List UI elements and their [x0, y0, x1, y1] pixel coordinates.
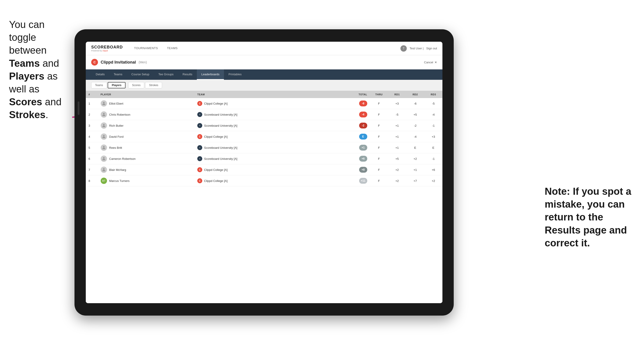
svg-point-6 — [103, 157, 104, 159]
player-name: Marcus Turners — [109, 179, 130, 182]
rd3-cell: -5 — [424, 98, 442, 109]
player-avatar — [101, 122, 107, 129]
player-name: Cameron Robertson — [109, 157, 136, 161]
toggle-strokes[interactable]: Strokes — [145, 82, 162, 88]
nav-links: TOURNAMENTS TEAMS — [130, 42, 400, 55]
toggle-scores[interactable]: Scores — [128, 82, 144, 88]
total-cell: +8 — [346, 164, 370, 175]
nav-teams[interactable]: TEAMS — [162, 42, 182, 55]
tablet-frame: SCOREBOARD Powered by clippd TOURNAMENTS… — [74, 29, 454, 316]
thru-cell: F — [370, 164, 388, 175]
table-row: 3 Rich Butler ≡ Scoreboard University [A… — [86, 120, 442, 131]
svg-point-3 — [103, 124, 104, 126]
thru-cell: F — [370, 120, 388, 131]
player-avatar — [101, 100, 107, 107]
col-header-thru: THRU — [370, 91, 388, 98]
player-cell: David Ford — [98, 131, 194, 142]
rd1-cell: +2 — [388, 175, 406, 186]
tab-results[interactable]: Results — [178, 69, 197, 80]
team-logo-icon: C — [197, 134, 202, 139]
tab-bar: Details Teams Course Setup Tee Groups Re… — [86, 69, 442, 80]
players-label: Players — [9, 71, 44, 82]
rd1-cell: +5 — [388, 153, 406, 164]
player-avatar — [101, 156, 107, 162]
team-name: Scoreboard University [A] — [204, 124, 237, 127]
sign-out-link[interactable]: Sign out — [426, 47, 437, 50]
total-cell: -8 — [346, 98, 370, 109]
team-logo-icon: ≡ — [197, 156, 202, 161]
player-name: Rees Britt — [109, 146, 122, 150]
team-cell: C Clippd College [A] — [194, 131, 346, 142]
nav-right: T Test User | Sign out — [400, 45, 437, 52]
team-logo-icon: ≡ — [197, 145, 202, 150]
team-logo-icon: C — [197, 167, 202, 172]
player-avatar — [101, 134, 107, 140]
player-cell: Chris Robertson — [98, 109, 194, 120]
thru-cell: F — [370, 98, 388, 109]
table-header-row: # PLAYER TEAM TOTAL THRU RD1 RD2 RD3 — [86, 91, 442, 98]
thru-cell: F — [370, 153, 388, 164]
scores-label: Scores — [9, 96, 42, 107]
left-annotation: You can toggle between Teams and Players… — [9, 18, 72, 121]
rank-cell: 1 — [86, 98, 98, 109]
score-badge: -2 — [359, 123, 367, 129]
total-cell: E — [346, 131, 370, 142]
tab-course-setup[interactable]: Course Setup — [127, 69, 154, 80]
rd3-cell: -4 — [424, 109, 442, 120]
score-badge: +6 — [359, 156, 367, 162]
table-row: 2 Chris Robertson ≡ Scoreboard Universit… — [86, 109, 442, 120]
thru-cell: F — [370, 175, 388, 186]
nav-tournaments[interactable]: TOURNAMENTS — [130, 42, 162, 55]
score-badge: -4 — [359, 112, 367, 117]
total-cell: +6 — [346, 153, 370, 164]
svg-point-7 — [103, 168, 104, 170]
score-badge: -8 — [359, 101, 367, 106]
team-cell: ≡ Scoreboard University [A] — [194, 109, 346, 120]
total-cell: -4 — [346, 109, 370, 120]
player-cell: Rees Britt — [98, 142, 194, 153]
rd3-cell: -1 — [424, 120, 442, 131]
team-name: Clippd College [A] — [204, 168, 228, 172]
col-header-rd3: RD3 — [424, 91, 442, 98]
tab-printables[interactable]: Printables — [224, 69, 246, 80]
player-avatar — [101, 145, 107, 151]
player-name: Blair McHarg — [109, 168, 126, 172]
col-header-player: PLAYER — [98, 91, 194, 98]
tab-teams[interactable]: Teams — [109, 69, 127, 80]
col-header-rd2: RD2 — [406, 91, 424, 98]
rd1-cell: +1 — [388, 142, 406, 153]
rd3-cell: E — [424, 142, 442, 153]
svg-point-2 — [103, 113, 104, 115]
tournament-logo: C — [91, 59, 98, 66]
player-avatar — [101, 111, 107, 118]
tournament-title-row: C Clippd Invitational (Men) — [91, 59, 147, 66]
thru-cell: F — [370, 142, 388, 153]
tab-details[interactable]: Details — [91, 69, 109, 80]
team-logo-icon: C — [197, 101, 202, 106]
player-photo: MT — [101, 178, 107, 184]
rd3-cell: +3 — [424, 131, 442, 142]
team-cell: C Clippd College [A] — [194, 98, 346, 109]
player-cell: Blair McHarg — [98, 164, 194, 175]
tab-leaderboards[interactable]: Leaderboards — [197, 69, 224, 80]
rank-cell: 5 — [86, 142, 98, 153]
toggle-teams[interactable]: Teams — [91, 82, 107, 88]
tablet-screen: SCOREBOARD Powered by clippd TOURNAMENTS… — [86, 42, 442, 303]
svg-point-5 — [103, 146, 104, 148]
rd3-cell: +2 — [424, 175, 442, 186]
score-badge: +8 — [359, 167, 367, 173]
strokes-label: Strokes — [9, 109, 45, 120]
teams-label: Teams — [9, 58, 40, 69]
team-name: Scoreboard University [A] — [204, 113, 237, 116]
toggle-players[interactable]: Players — [108, 82, 126, 88]
cancel-button[interactable]: Cancel ✕ — [424, 61, 437, 64]
total-cell: +11 — [346, 175, 370, 186]
tab-tee-groups[interactable]: Tee Groups — [154, 69, 178, 80]
team-name: Clippd College [A] — [204, 179, 228, 182]
rd2-cell: +5 — [406, 109, 424, 120]
rank-cell: 7 — [86, 164, 98, 175]
total-cell: +1 — [346, 142, 370, 153]
svg-point-1 — [103, 102, 104, 103]
rank-cell: 8 — [86, 175, 98, 186]
cancel-x-icon: ✕ — [434, 61, 437, 64]
